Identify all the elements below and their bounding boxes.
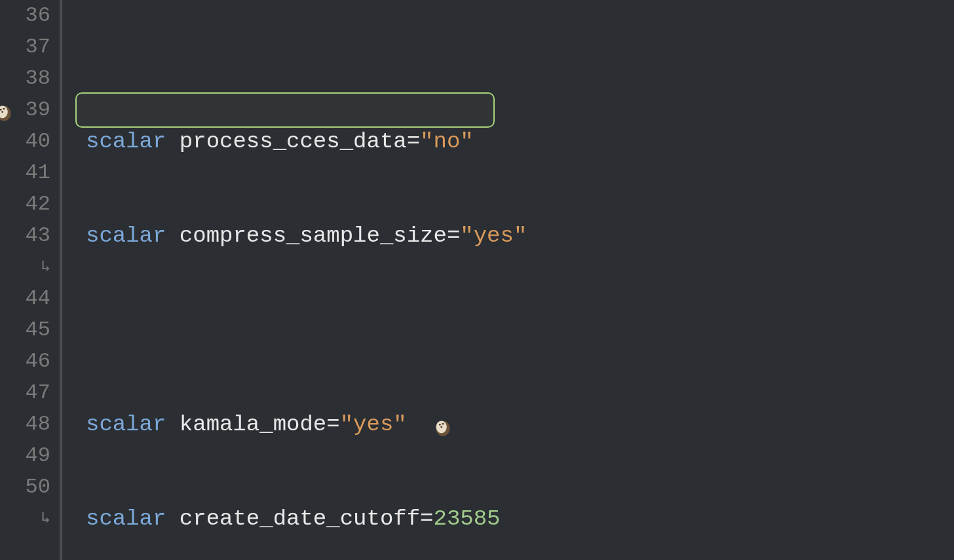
svg-point-2 (0, 109, 2, 111)
code-line[interactable]: scalar kamala_mode="yes" (66, 409, 954, 440)
line-number-gutter: 36 37 38 39 40 41 42 43 ↳ 44 45 46 47 48… (0, 0, 62, 560)
line-number: 50 (7, 472, 50, 503)
string-literal: "yes" (460, 220, 527, 252)
operator: = (447, 220, 460, 252)
operator: = (420, 503, 433, 534)
line-number: 43 (7, 220, 50, 252)
code-area[interactable]: scalar process_cces_data="no" scalar com… (62, 0, 954, 560)
code-editor[interactable]: 36 37 38 39 40 41 42 43 ↳ 44 45 46 47 48… (0, 0, 954, 560)
line-number: 39 (7, 94, 50, 126)
line-number: 40 (7, 126, 50, 157)
operator: = (326, 409, 339, 440)
highlight-box (75, 92, 495, 128)
string-literal: "yes" (340, 409, 407, 440)
line-number: 45 (7, 314, 50, 346)
line-number: 41 (7, 157, 50, 189)
keyword: scalar (86, 503, 166, 534)
operator: = (407, 126, 420, 157)
code-line[interactable]: scalar process_cces_data="no" (66, 126, 954, 157)
code-line[interactable] (66, 314, 954, 346)
line-number: 47 (7, 377, 50, 409)
wrap-indicator-icon: ↳ (7, 503, 50, 534)
svg-point-9 (440, 426, 442, 428)
line-number: 49 (7, 440, 50, 472)
identifier: process_cces_data (180, 126, 407, 157)
code-line[interactable]: scalar compress_sample_size="yes" (66, 220, 954, 252)
line-number: 36 (7, 0, 50, 31)
identifier: create_date_cutoff (180, 503, 420, 534)
svg-point-8 (442, 423, 444, 425)
svg-point-4 (1, 111, 3, 113)
identifier: kamala_mode (180, 409, 326, 440)
keyword: scalar (86, 409, 166, 440)
coconut-icon (0, 101, 13, 119)
coconut-icon (434, 415, 452, 434)
svg-point-3 (3, 108, 5, 110)
identifier: compress_sample_size (180, 220, 447, 252)
line-number: 38 (7, 63, 50, 94)
line-number: 37 (7, 31, 50, 63)
line-number: 44 (7, 283, 50, 314)
line-number: 46 (7, 346, 50, 377)
keyword: scalar (86, 126, 166, 157)
number-literal: 23585 (434, 503, 501, 534)
line-number: 48 (7, 409, 50, 440)
wrap-indicator-icon: ↳ (7, 252, 50, 283)
string-literal: "no" (420, 126, 474, 157)
code-line[interactable]: scalar create_date_cutoff=23585 (66, 503, 954, 534)
line-number: 42 (7, 189, 50, 220)
svg-point-7 (438, 424, 440, 426)
keyword: scalar (86, 220, 166, 252)
